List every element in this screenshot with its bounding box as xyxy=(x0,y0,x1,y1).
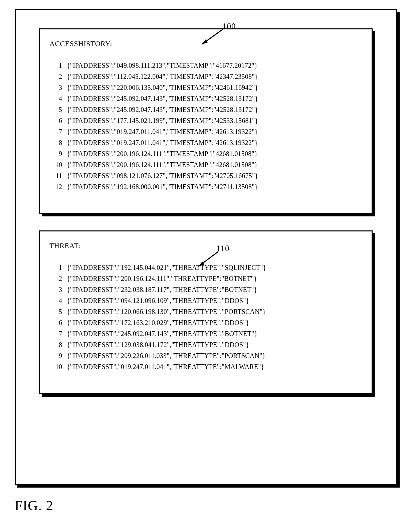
row-number: 1 xyxy=(49,263,62,272)
row-number: 10 xyxy=(49,161,62,169)
row-number: 6 xyxy=(49,117,62,125)
data-row: 5{"IPADDRESS":"245.092.047.143","TIMESTA… xyxy=(49,106,362,114)
row-number: 2 xyxy=(49,275,62,283)
data-row: 2{"IPADDRESST":"200.196.124.111","THREAT… xyxy=(49,275,362,283)
data-row: 9{"IPADDRESS":"200.196.124.111","TIMESTA… xyxy=(49,150,362,158)
data-row: 7{"IPADDRESST":"245.092.047.143","THREAT… xyxy=(49,330,362,338)
row-number: 2 xyxy=(49,72,62,81)
data-row: 10{"IPADDRESST":"019.247.011.041","THREA… xyxy=(49,363,362,371)
row-number: 10 xyxy=(49,363,62,371)
data-row: 8{"IPADDRESS":"019.247.011.041","TIMESTA… xyxy=(49,139,362,147)
row-number: 5 xyxy=(49,106,62,114)
threat-rows: 1{"IPADDRESST":"192.145.044.021","THREAT… xyxy=(49,263,362,371)
callout-100-arrow-icon xyxy=(198,28,225,48)
row-number: 3 xyxy=(49,83,62,92)
row-number: 7 xyxy=(49,128,62,136)
row-content: {"IPADDRESS":"245.092.047.143","TIMESTAM… xyxy=(67,95,258,103)
row-number: 6 xyxy=(49,319,62,327)
row-number: 8 xyxy=(49,139,62,147)
row-content: {"IPADDRESST":"129.038.041.172","THREATT… xyxy=(67,341,249,349)
figure-label: FIG. 2 xyxy=(15,498,53,514)
row-content: {"IPADDRESS":"049.098.111.213","TIMESTAM… xyxy=(67,61,258,70)
row-content: {"IPADDRESST":"245.092.047.143","THREATT… xyxy=(67,330,257,338)
access-history-panel-wrapper: ACCESSHISTORY: 1{"IPADDRESS":"049.098.11… xyxy=(39,28,373,214)
row-number: 9 xyxy=(49,150,62,158)
row-content: {"IPADDRESST":"172.163.210.029","THREATT… xyxy=(67,319,249,327)
row-content: {"IPADDRESS":"112.045.122.004","TIMESTAM… xyxy=(67,72,258,81)
data-row: 6{"IPADDRESST":"172.163.210.029","THREAT… xyxy=(49,319,362,327)
data-row: 2{"IPADDRESS":"112.045.122.004","TIMESTA… xyxy=(49,72,362,81)
data-row: 10{"IPADDRESS":"200.196.124.111","TIMEST… xyxy=(49,161,362,169)
row-number: 9 xyxy=(49,352,62,360)
data-row: 9{"IPADDRESST":"209.226.011.033","THREAT… xyxy=(49,352,362,360)
data-row: 5{"IPADDRESST":"120.066.198.130","THREAT… xyxy=(49,308,362,316)
data-row: 1{"IPADDRESS":"049.098.111.213","TIMESTA… xyxy=(49,61,362,70)
row-content: {"IPADDRESS":"200.196.124.111","TIMESTAM… xyxy=(67,161,258,169)
row-content: {"IPADDRESS":"245.092.047.143","TIMESTAM… xyxy=(67,106,258,114)
row-content: {"IPADDRESS":"220.006.135.040","TIMESTAM… xyxy=(67,83,258,92)
data-row: 12{"IPADDRESS":"192.168.000.001","TIMEST… xyxy=(49,183,362,191)
callout-110-arrow-icon xyxy=(194,250,222,270)
row-content: {"IPADDRESS":"019.247.011.041","TIMESTAM… xyxy=(67,128,258,136)
row-content: {"IPADDRESST":"232.038.187.117","THREATT… xyxy=(67,286,257,294)
row-number: 5 xyxy=(49,308,62,316)
row-number: 11 xyxy=(49,172,62,180)
row-content: {"IPADDRESS":"019.247.011.041","TIMESTAM… xyxy=(67,139,258,147)
data-row: 11{"IPADDRESS":"098.121.076.127","TIMEST… xyxy=(49,172,362,180)
access-history-panel: ACCESSHISTORY: 1{"IPADDRESS":"049.098.11… xyxy=(39,28,373,214)
row-content: {"IPADDRESST":"200.196.124.111","THREATT… xyxy=(67,275,257,283)
row-content: {"IPADDRESST":"120.066.198.130","THREATT… xyxy=(67,308,266,316)
data-row: 3{"IPADDRESS":"220.006.135.040","TIMESTA… xyxy=(49,83,362,92)
row-content: {"IPADDRESST":"209.226.011.033","THREATT… xyxy=(67,352,265,360)
row-content: {"IPADDRESS":"192.168.000.001","TIMESTAM… xyxy=(67,183,258,191)
access-history-rows: 1{"IPADDRESS":"049.098.111.213","TIMESTA… xyxy=(49,61,362,191)
row-number: 7 xyxy=(49,330,62,338)
row-number: 4 xyxy=(49,297,62,305)
row-number: 8 xyxy=(49,341,62,349)
data-row: 4{"IPADDRESST":"094.121.096.109","THREAT… xyxy=(49,297,362,305)
data-row: 8{"IPADDRESST":"129.038.041.172","THREAT… xyxy=(49,341,362,349)
data-row: 4{"IPADDRESS":"245.092.047.143","TIMESTA… xyxy=(49,95,362,103)
row-number: 1 xyxy=(49,61,62,70)
row-number: 12 xyxy=(49,183,62,191)
row-number: 4 xyxy=(49,95,62,103)
data-row: 7{"IPADDRESS":"019.247.011.041","TIMESTA… xyxy=(49,128,362,136)
row-content: {"IPADDRESST":"094.121.096.109","THREATT… xyxy=(67,297,249,305)
row-content: {"IPADDRESST":"192.145.044.021","THREATT… xyxy=(67,263,266,272)
data-row: 6{"IPADDRESS":"177.145.021.199","TIMESTA… xyxy=(49,117,362,125)
threat-title: THREAT: xyxy=(49,241,362,250)
row-number: 3 xyxy=(49,286,62,294)
data-row: 3{"IPADDRESST":"232.038.187.117","THREAT… xyxy=(49,286,362,294)
outer-frame: 100 ACCESSHISTORY: 1{"IPADDRESS":"049.09… xyxy=(15,9,397,485)
row-content: {"IPADDRESST":"019.247.011.041","THREATT… xyxy=(67,363,264,371)
row-content: {"IPADDRESS":"098.121.076.127","TIMESTAM… xyxy=(67,172,258,180)
row-content: {"IPADDRESS":"177.145.021.199","TIMESTAM… xyxy=(67,117,258,125)
row-content: {"IPADDRESS":"200.196.124.111","TIMESTAM… xyxy=(67,150,258,158)
